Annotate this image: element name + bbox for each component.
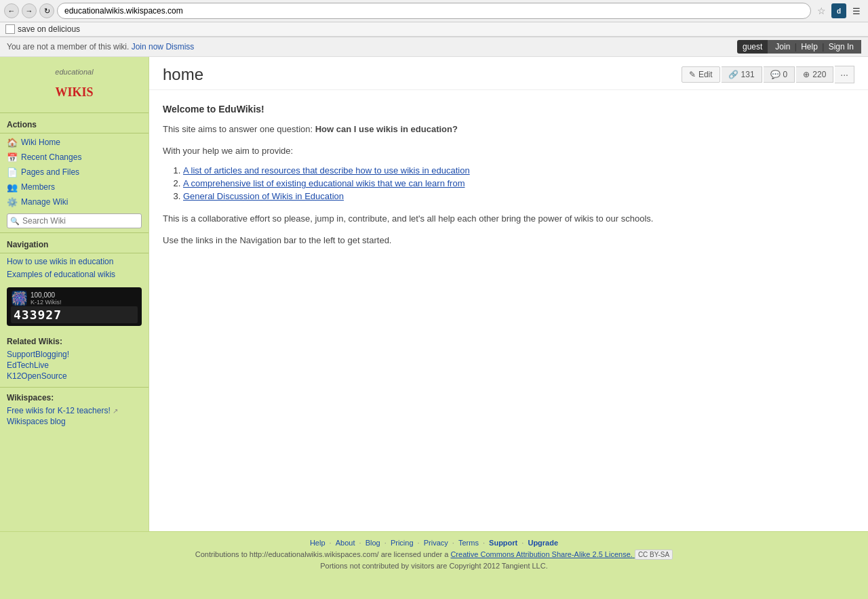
comments-icon: 💬 <box>770 70 781 79</box>
back-button[interactable]: ← <box>4 3 19 18</box>
nav-para: Use the links in the Navigation bar to t… <box>163 234 854 247</box>
related-edtech-live[interactable]: EdTechLive <box>7 360 142 371</box>
counter-widget: 🎆 100,000 K-12 Wikis! 433927 <box>7 287 142 326</box>
recent-changes-link[interactable]: Recent Changes <box>21 152 81 162</box>
free-wikis-text: Free wikis for K-12 teachers! <box>7 406 111 415</box>
counter-subtitle: K-12 Wikis! <box>31 299 62 306</box>
list-item-3: General Discussion of Wikis in Education <box>183 191 854 201</box>
license-text: Creative Commons Attribution Share-Alike… <box>450 550 632 558</box>
license-link[interactable]: Creative Commons Attribution Share-Alike… <box>450 550 634 558</box>
wikispaces-free-wikis[interactable]: Free wikis for K-12 teachers! ↗ <box>7 405 142 416</box>
page-actions: ✎ Edit 🔗 131 💬 0 ⊕ 220 ··· <box>682 66 854 83</box>
sign-in-link[interactable]: Sign In <box>829 42 854 51</box>
logo-area: educational WIKIS <box>0 62 149 111</box>
notice-message: You are not a member of this wiki. <box>7 42 129 51</box>
logo-big: WIKIS <box>7 76 142 100</box>
sidebar-item-recent-changes[interactable]: 📅 Recent Changes <box>0 150 149 165</box>
edit-button[interactable]: ✎ Edit <box>682 66 720 83</box>
guest-label: guest <box>737 40 768 54</box>
footer-about[interactable]: About <box>336 539 355 547</box>
edit-icon: ✎ <box>689 70 696 79</box>
footer-privacy[interactable]: Privacy <box>424 539 448 547</box>
footer-blog[interactable]: Blog <box>366 539 380 547</box>
bookmark-bar: save on delicious <box>0 22 868 37</box>
blog-link-text: Wikispaces blog <box>7 417 66 426</box>
wikispaces-blog[interactable]: Wikispaces blog <box>7 416 142 427</box>
refresh-button[interactable]: ↻ <box>39 3 54 18</box>
cc-badge: CC BY-SA <box>635 550 673 560</box>
nav-examples[interactable]: Examples of educational wikis <box>0 268 149 281</box>
browser-toolbar: ← → ↻ ☆ d ☰ <box>0 0 868 22</box>
footer-support[interactable]: Support <box>489 539 517 547</box>
sidebar-item-wiki-home[interactable]: 🏠 Wiki Home <box>0 135 149 150</box>
views-count: ⊕ 220 <box>796 66 833 83</box>
footer-help[interactable]: Help <box>310 539 326 547</box>
footer: Help · About · Blog · Pricing · Privacy … <box>0 531 868 577</box>
counter-number: 433927 <box>11 306 138 323</box>
bookmark-favicon <box>5 24 15 34</box>
address-bar[interactable] <box>57 3 811 19</box>
comments-number: 0 <box>783 70 788 79</box>
footer-pricing[interactable]: Pricing <box>391 539 414 547</box>
views-icon: ⊕ <box>803 70 810 79</box>
forward-button[interactable]: → <box>22 3 37 18</box>
firework-icon: 🎆 <box>11 290 28 306</box>
help-link[interactable]: Help <box>801 42 818 51</box>
counter-top: 🎆 100,000 K-12 Wikis! <box>11 290 138 306</box>
wiki-home-link[interactable]: Wiki Home <box>21 138 60 147</box>
members-link[interactable]: Members <box>21 182 55 192</box>
list-link-1[interactable]: A list of articles and resources that de… <box>183 165 470 175</box>
notice-text: You are not a member of this wiki. Join … <box>7 42 194 51</box>
list-link-2[interactable]: A comprehensive list of existing educati… <box>183 178 465 188</box>
pages-files-link[interactable]: Pages and Files <box>21 167 79 177</box>
content-area: home ✎ Edit 🔗 131 💬 0 ⊕ 220 ··· <box>149 57 868 531</box>
join-link[interactable]: Join <box>775 42 790 51</box>
main-container: educational WIKIS Actions 🏠 Wiki Home 📅 … <box>0 57 868 531</box>
backlinks-number: 131 <box>741 70 755 79</box>
backlinks-count: 🔗 131 <box>722 66 762 83</box>
list-link-3[interactable]: General Discussion of Wikis in Education <box>183 191 344 201</box>
views-number: 220 <box>812 70 826 79</box>
members-icon: 👥 <box>7 182 18 192</box>
wikispaces-label: Wikispaces: <box>7 393 142 402</box>
footer-upgrade[interactable]: Upgrade <box>528 539 558 547</box>
content-body: Welcome to EduWikis! This site aims to a… <box>149 90 868 531</box>
sidebar-item-pages-files[interactable]: 📄 Pages and Files <box>0 165 149 180</box>
logo-big-text: WIKIS <box>55 85 93 99</box>
more-button[interactable]: ··· <box>835 66 854 83</box>
sidebar-item-manage-wiki[interactable]: ⚙️ Manage Wiki <box>0 194 149 209</box>
dismiss-link[interactable]: Dismiss <box>165 42 194 51</box>
user-bar: guest Join | Help | Sign In <box>737 40 861 54</box>
star-icon[interactable]: ☆ <box>814 3 829 18</box>
calendar-icon: 📅 <box>7 152 18 163</box>
manage-wiki-link[interactable]: Manage Wiki <box>21 197 68 207</box>
gear-icon: ⚙️ <box>7 197 18 207</box>
logo-small: educational <box>7 68 142 76</box>
sidebar: educational WIKIS Actions 🏠 Wiki Home 📅 … <box>0 57 149 531</box>
edit-label: Edit <box>698 70 713 79</box>
welcome-heading: Welcome to EduWikis! <box>163 104 854 115</box>
related-wikis-label: Related Wikis: <box>7 337 142 346</box>
sidebar-item-members[interactable]: 👥 Members <box>0 180 149 194</box>
join-now-link[interactable]: Join now <box>132 42 163 51</box>
pages-icon: 📄 <box>7 167 18 178</box>
bookmark-label: save on delicious <box>18 24 80 34</box>
related-wikis-section: Related Wikis: SupportBlogging! EdTechLi… <box>0 333 149 386</box>
navigation-label: Navigation <box>0 236 149 251</box>
examples-link[interactable]: Examples of educational wikis <box>7 270 115 279</box>
intro-text: This site aims to answer one question: <box>163 124 313 134</box>
search-input[interactable] <box>7 213 142 228</box>
notice-bar: You are not a member of this wiki. Join … <box>0 37 868 57</box>
menu-icon[interactable]: ☰ <box>849 3 864 18</box>
how-to-link[interactable]: How to use wikis in education <box>7 257 113 266</box>
related-support-blogging[interactable]: SupportBlogging! <box>7 349 142 360</box>
browser-chrome: ← → ↻ ☆ d ☰ save on delicious <box>0 0 868 37</box>
footer-terms[interactable]: Terms <box>458 539 479 547</box>
collab-para: This is a collaborative effort so please… <box>163 212 854 226</box>
counter-title: 100,000 <box>31 291 62 299</box>
page-title: home <box>163 65 682 84</box>
d-icon[interactable]: d <box>831 3 846 18</box>
related-k12open[interactable]: K12OpenSource <box>7 371 142 381</box>
footer-attribution: Contributions to http://educationalwikis… <box>7 550 861 560</box>
nav-how-to[interactable]: How to use wikis in education <box>0 255 149 268</box>
